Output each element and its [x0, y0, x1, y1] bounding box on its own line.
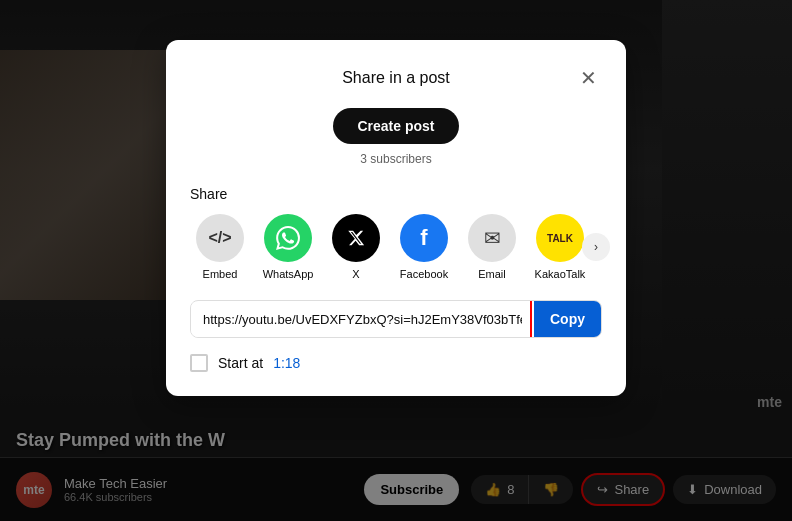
share-section-label: Share	[190, 186, 602, 202]
facebook-label: Facebook	[400, 268, 448, 280]
x-label: X	[352, 268, 359, 280]
share-icon-embed[interactable]: </> Embed	[190, 214, 250, 280]
embed-label: Embed	[203, 268, 238, 280]
share-icons-next-button[interactable]: ›	[582, 233, 610, 261]
whatsapp-label: WhatsApp	[263, 268, 314, 280]
share-icon-email[interactable]: ✉ Email	[462, 214, 522, 280]
embed-icon-circle: </>	[196, 214, 244, 262]
modal-overlay[interactable]: Share in a post ✕ Create post 3 subscrib…	[0, 0, 792, 521]
whatsapp-icon-circle	[264, 214, 312, 262]
share-icons-row: </> Embed WhatsApp X f Facebook	[190, 214, 602, 280]
email-icon-circle: ✉	[468, 214, 516, 262]
share-icon-x[interactable]: X	[326, 214, 386, 280]
start-at-time[interactable]: 1:18	[273, 355, 300, 371]
x-icon-circle	[332, 214, 380, 262]
start-at-row: Start at 1:18	[190, 354, 602, 372]
share-modal: Share in a post ✕ Create post 3 subscrib…	[166, 40, 626, 396]
url-row: Copy	[190, 300, 602, 338]
modal-header: Share in a post ✕	[190, 64, 602, 92]
start-at-checkbox[interactable]	[190, 354, 208, 372]
email-label: Email	[478, 268, 506, 280]
share-icon-facebook[interactable]: f Facebook	[394, 214, 454, 280]
modal-close-button[interactable]: ✕	[574, 64, 602, 92]
create-post-button[interactable]: Create post	[333, 108, 458, 144]
start-at-label: Start at	[218, 355, 263, 371]
facebook-icon-circle: f	[400, 214, 448, 262]
share-icon-kakao[interactable]: TALK KakaoTalk	[530, 214, 590, 280]
kakao-icon-circle: TALK	[536, 214, 584, 262]
subscribers-text: 3 subscribers	[190, 152, 602, 166]
copy-button[interactable]: Copy	[534, 301, 601, 337]
modal-title: Share in a post	[218, 69, 574, 87]
url-input[interactable]	[191, 302, 534, 337]
kakao-label: KakaoTalk	[535, 268, 586, 280]
share-icon-whatsapp[interactable]: WhatsApp	[258, 214, 318, 280]
